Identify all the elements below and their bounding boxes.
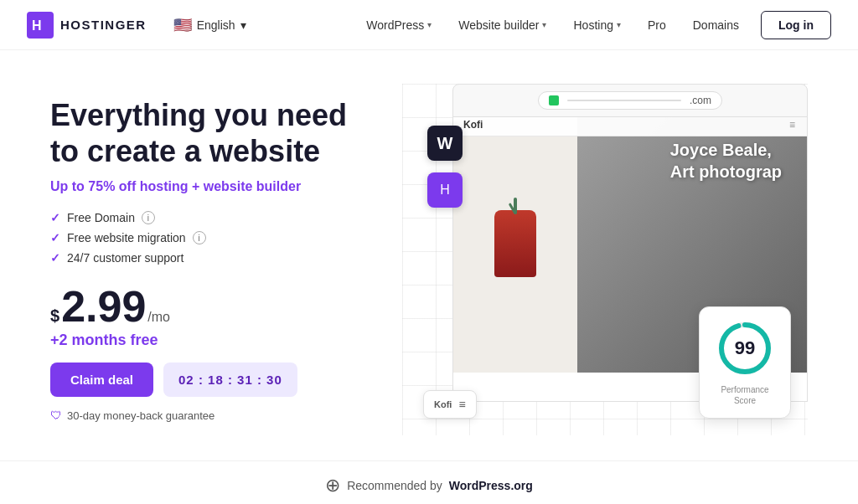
svg-text:H: H — [32, 18, 42, 33]
info-icon[interactable]: i — [193, 231, 206, 244]
login-button[interactable]: Log in — [761, 11, 831, 39]
navigation: H HOSTINGER 🇺🇸 English ▾ WordPress ▾ Web… — [0, 0, 858, 50]
hero-mockup: W H .com — [402, 84, 808, 435]
vase-image — [494, 210, 536, 277]
menu-icon: ≡ — [458, 398, 465, 411]
feature-migration: ✓ Free website migration i — [50, 231, 369, 244]
price-period: /mo — [147, 310, 170, 325]
language-label: English — [197, 18, 235, 32]
site-nav-bar: Kofi ≡ — [453, 114, 807, 136]
guarantee-text: 🛡 30-day money-back guarantee — [50, 409, 369, 422]
site-name-label: Kofi — [463, 119, 483, 131]
price-amount: 2.99 — [61, 285, 146, 328]
features-list: ✓ Free Domain i ✓ Free website migration… — [50, 211, 369, 265]
nav-hosting[interactable]: Hosting ▾ — [561, 12, 632, 39]
chevron-down-icon: ▾ — [542, 20, 546, 29]
nav-links: WordPress ▾ Website builder ▾ Hosting ▾ … — [354, 11, 831, 39]
nav-pro[interactable]: Pro — [636, 12, 678, 39]
claim-deal-button[interactable]: Claim deal — [50, 363, 153, 397]
site-headline: Joyce Beale, Art photograp — [670, 139, 782, 183]
performance-label: PerformanceScore — [713, 384, 777, 406]
language-selector[interactable]: 🇺🇸 English ▾ — [167, 13, 253, 38]
price-dollar: $ — [50, 306, 59, 326]
hero-section: Everything you need to create a website … — [0, 50, 858, 460]
check-icon: ✓ — [50, 231, 60, 244]
chevron-down-icon: ▾ — [240, 18, 246, 32]
brand-name: HOSTINGER — [60, 18, 147, 32]
chevron-down-icon: ▾ — [427, 20, 432, 29]
logo-icon: H — [27, 12, 54, 39]
nav-website-builder[interactable]: Website builder ▾ — [447, 12, 558, 39]
cta-row: Claim deal 02 : 18 : 31 : 30 — [50, 363, 369, 397]
performance-circle: 99 — [716, 319, 774, 378]
nav-domains[interactable]: Domains — [681, 12, 751, 39]
hero-title: Everything you need to create a website — [50, 97, 369, 169]
url-dots — [567, 100, 681, 101]
footer-recommendation: ⊕ Recommended by WordPress.org — [0, 460, 858, 504]
info-icon[interactable]: i — [142, 211, 155, 224]
performance-score-card: 99 PerformanceScore — [699, 306, 791, 419]
performance-number: 99 — [735, 337, 755, 359]
lock-icon — [549, 95, 559, 105]
logo[interactable]: H HOSTINGER — [27, 12, 147, 39]
nav-wordpress[interactable]: WordPress ▾ — [354, 12, 443, 39]
check-icon: ✓ — [50, 211, 60, 224]
browser-address-bar: .com — [452, 84, 808, 117]
hero-subtitle: Up to 75% off hosting + website builder — [50, 179, 369, 194]
price-bonus: +2 months free — [50, 332, 369, 349]
chevron-down-icon: ▾ — [617, 20, 621, 29]
price-block: $ 2.99 /mo +2 months free — [50, 285, 369, 349]
flag-icon: 🇺🇸 — [173, 16, 192, 34]
wordpress-brand: WordPress.org — [449, 479, 533, 492]
wordpress-icon-block: W — [427, 126, 463, 161]
countdown-timer: 02 : 18 : 31 : 30 — [163, 363, 297, 397]
hostinger-icon-block: H — [427, 172, 463, 208]
kofi-name: Kofi — [434, 399, 452, 409]
url-com: .com — [690, 95, 711, 106]
wordpress-logo-icon: ⊕ — [325, 475, 340, 496]
hamburger-icon: ≡ — [789, 119, 797, 131]
url-bar: .com — [538, 91, 722, 110]
check-icon: ✓ — [50, 251, 60, 265]
feature-domain: ✓ Free Domain i — [50, 211, 369, 224]
kofi-footer-card: Kofi ≡ — [423, 390, 477, 419]
site-left-panel — [453, 114, 577, 373]
feature-support: ✓ 24/7 customer support — [50, 251, 369, 265]
hero-content: Everything you need to create a website … — [50, 97, 369, 422]
shield-icon: 🛡 — [50, 409, 62, 422]
